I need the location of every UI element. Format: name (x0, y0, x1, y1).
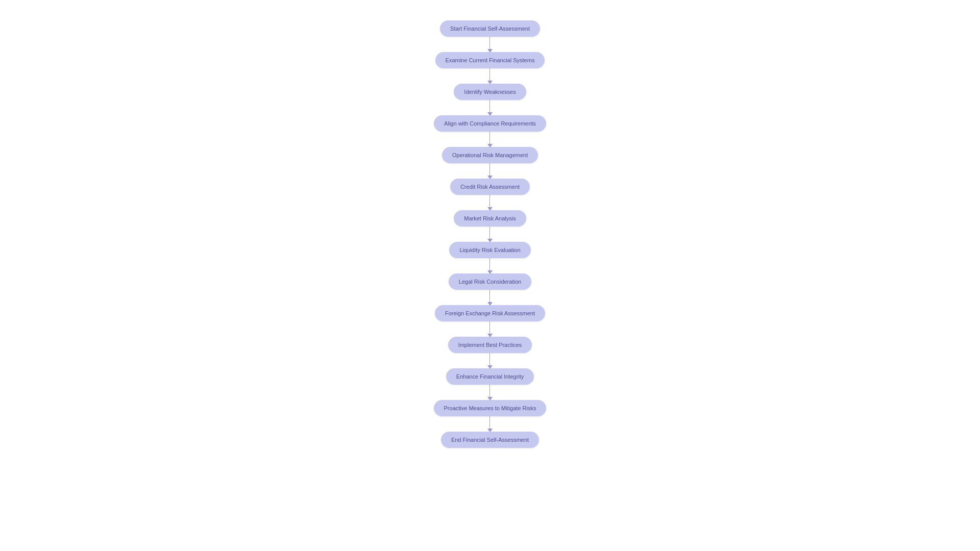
connector-6 (489, 195, 490, 210)
node-4[interactable]: Align with Compliance Requirements (434, 115, 546, 132)
connector-1 (489, 37, 490, 52)
node-7[interactable]: Market Risk Analysis (454, 210, 526, 227)
node-3[interactable]: Identify Weaknesses (454, 84, 526, 100)
node-14[interactable]: End Financial Self-Assessment (441, 432, 539, 448)
connector-12 (489, 385, 490, 400)
connector-3 (489, 100, 490, 115)
node-13[interactable]: Proactive Measures to Mitigate Risks (434, 400, 547, 416)
connector-7 (489, 227, 490, 242)
connector-9 (489, 290, 490, 305)
connector-5 (489, 163, 490, 179)
connector-4 (489, 132, 490, 147)
node-9[interactable]: Legal Risk Consideration (449, 273, 531, 290)
connector-11 (489, 353, 490, 368)
connector-8 (489, 258, 490, 273)
node-10[interactable]: Foreign Exchange Risk Assessment (435, 305, 545, 321)
connector-13 (489, 416, 490, 432)
node-8[interactable]: Liquidity Risk Evaluation (449, 242, 530, 258)
node-2[interactable]: Examine Current Financial Systems (435, 52, 545, 68)
node-6[interactable]: Credit Risk Assessment (450, 179, 530, 195)
node-11[interactable]: Implement Best Practices (448, 337, 532, 353)
node-1[interactable]: Start Financial Self-Assessment (440, 20, 540, 37)
node-12[interactable]: Enhance Financial Integrity (446, 368, 534, 385)
connector-10 (489, 321, 490, 337)
connector-2 (489, 68, 490, 84)
node-5[interactable]: Operational Risk Management (442, 147, 538, 163)
flowchart: Start Financial Self-AssessmentExamine C… (434, 10, 547, 458)
